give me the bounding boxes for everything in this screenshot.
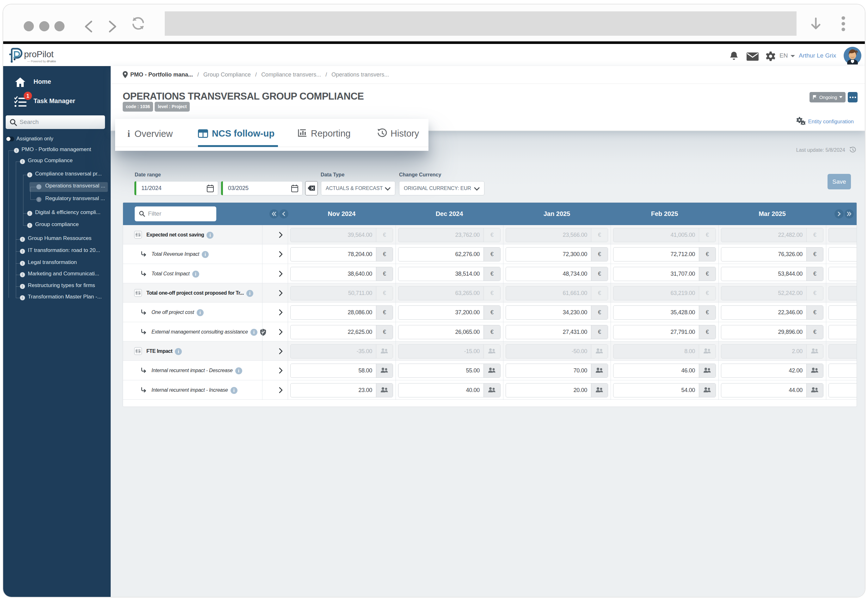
- svg-text:1: 1: [27, 93, 29, 99]
